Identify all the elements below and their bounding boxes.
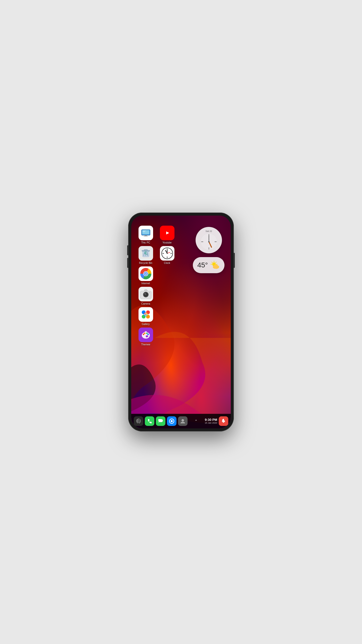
svg-point-46	[146, 335, 148, 337]
svg-rect-74	[223, 422, 224, 423]
svg-point-43	[146, 333, 148, 334]
app-recycle[interactable]: Recycle Bin	[136, 246, 155, 264]
app-camera[interactable]: Camera	[136, 287, 155, 305]
phone-screen: Thic PC Youtube	[131, 216, 231, 428]
volume-up-button[interactable]	[127, 245, 128, 255]
svg-point-55	[208, 248, 209, 249]
svg-point-75	[224, 419, 226, 421]
app-row-5: Gallery	[136, 307, 176, 326]
dock-notify-icon[interactable]	[219, 416, 228, 426]
svg-point-70	[214, 264, 218, 268]
svg-line-61	[212, 262, 212, 263]
svg-point-44	[147, 334, 149, 335]
themee-icon	[139, 328, 153, 342]
clock-label: Clock	[164, 262, 170, 264]
thicpc-icon	[139, 226, 153, 240]
app-row-4: Camera	[136, 287, 176, 305]
app-internet[interactable]: Internet	[136, 266, 155, 285]
weather-widget: 45°	[193, 257, 224, 273]
app-gallery[interactable]: Gallery	[136, 307, 155, 326]
svg-point-34	[145, 293, 146, 294]
svg-text:6: 6	[167, 256, 167, 258]
dock-contacts-icon[interactable]	[178, 416, 188, 426]
clock-face: Sat 22	[196, 227, 222, 253]
screen-content: Thic PC Youtube	[131, 216, 231, 428]
app-row-6: Themee	[136, 328, 176, 346]
internet-label: Internet	[142, 282, 150, 285]
clock-widget: Sat 22	[196, 227, 222, 253]
svg-point-73	[182, 419, 184, 422]
svg-text:3: 3	[170, 253, 171, 254]
power-button[interactable]	[234, 253, 235, 268]
camera-icon	[139, 287, 153, 301]
youtube-label: Youtube	[162, 241, 171, 244]
svg-point-41	[143, 334, 144, 335]
themee-label: Themee	[141, 343, 150, 346]
dock-phone-icon[interactable]	[145, 416, 154, 426]
volume-down-button[interactable]	[127, 258, 128, 268]
svg-point-72	[171, 420, 173, 422]
dock-messages-icon[interactable]	[156, 416, 165, 426]
recycle-label: Recycle Bin	[139, 262, 152, 264]
svg-rect-3	[144, 236, 148, 236]
app-row-1: Thic PC Youtube	[136, 226, 176, 244]
svg-rect-8	[144, 250, 148, 251]
weather-icon	[210, 260, 220, 270]
chrome-icon	[139, 266, 153, 281]
dock-middle: ⌃	[195, 419, 198, 423]
svg-rect-2	[145, 235, 147, 236]
youtube-icon	[160, 226, 174, 240]
thicpc-label: Thic PC	[141, 241, 150, 244]
app-row-2: Recycle Bin	[136, 246, 176, 264]
app-youtube[interactable]: Youtube	[158, 226, 176, 244]
svg-point-29	[145, 273, 147, 274]
app-row-3: Internet	[136, 266, 176, 285]
dock-statusbar: ⌃ 9:30 PM 15 Jan 2020	[131, 414, 231, 428]
svg-rect-35	[149, 292, 150, 293]
dock-right: 9:30 PM 15 Jan 2020	[205, 416, 228, 426]
gallery-label: Gallery	[142, 323, 150, 326]
dock-circle-icon[interactable]	[167, 416, 176, 426]
weather-temperature: 45°	[197, 261, 208, 269]
svg-point-42	[144, 333, 146, 334]
time-display: 9:30 PM	[205, 418, 217, 422]
dock-icons-left	[134, 416, 188, 426]
app-themee[interactable]: Themee	[136, 328, 155, 346]
dock-fingerprint-icon[interactable]	[134, 416, 143, 426]
svg-point-54	[208, 241, 209, 242]
app-thicpc[interactable]: Thic PC	[136, 226, 155, 244]
date-display: 15 Jan 2020	[205, 422, 217, 424]
svg-text:12: 12	[166, 250, 168, 252]
chevron-up-icon[interactable]: ⌃	[195, 419, 198, 423]
app-clock[interactable]: 12 3 6 9 Clock	[158, 246, 176, 264]
apps-area: Thic PC Youtube	[136, 226, 176, 348]
gallery-icon	[139, 307, 153, 322]
camera-label: Camera	[141, 302, 150, 305]
svg-line-63	[216, 262, 216, 263]
clock-icon: 12 3 6 9	[160, 246, 174, 261]
recycle-icon	[139, 246, 153, 261]
status-time: 9:30 PM 15 Jan 2020	[205, 418, 217, 424]
svg-point-20	[167, 253, 168, 254]
clock-date: Sat 22	[205, 230, 212, 232]
phone-device: Thic PC Youtube	[128, 213, 234, 431]
svg-text:9: 9	[163, 253, 164, 254]
